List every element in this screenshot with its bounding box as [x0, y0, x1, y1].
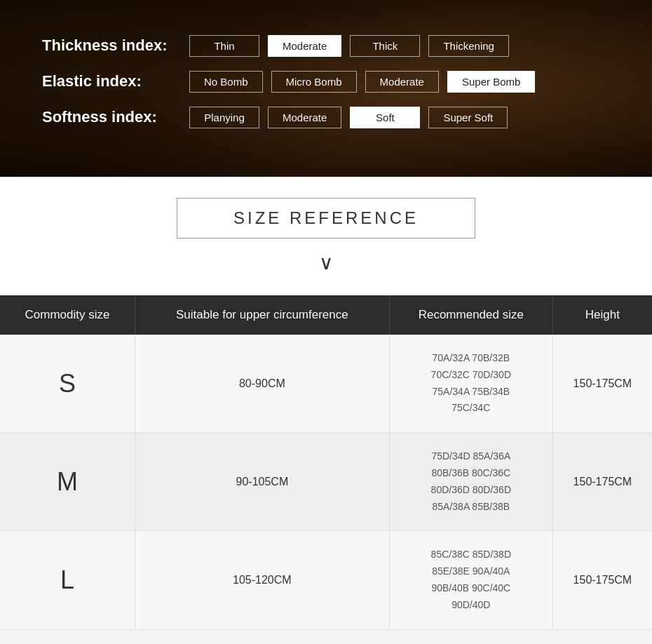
table-row: M 90-105CM 75D/34D 85A/36A80B/36B 80C/36… [0, 433, 652, 531]
thickness-options: Thin Moderate Thick Thickening [189, 35, 509, 57]
table-row: L 105-120CM 85C/38C 85D/38D85E/38E 90A/4… [0, 531, 652, 629]
softness-soft[interactable]: Soft [350, 107, 420, 128]
recommended-m: 75D/34D 85A/36A80B/36B 80C/36C80D/36D 80… [389, 433, 552, 531]
circumference-l: 105-120CM [135, 531, 389, 629]
softness-planying[interactable]: Planying [189, 107, 259, 128]
size-reference-section: SIZE REFERENCE ∨ [0, 177, 652, 295]
thickness-thick[interactable]: Thick [350, 35, 420, 57]
thickness-thin[interactable]: Thin [189, 35, 259, 57]
table-header-row: Commodity size Suitable for upper circum… [0, 295, 652, 335]
circumference-s: 80-90CM [135, 335, 389, 433]
elastic-row: Elastic index: No Bomb Micro Bomb Modera… [42, 71, 610, 93]
thickness-label: Thickness index: [42, 36, 189, 55]
softness-label: Softness index: [42, 108, 189, 126]
recommended-s: 70A/32A 70B/32B70C/32C 70D/30D75A/34A 75… [389, 335, 552, 433]
thickness-row: Thickness index: Thin Moderate Thick Thi… [42, 35, 610, 57]
softness-row: Softness index: Planying Moderate Soft S… [42, 107, 610, 128]
col-commodity-size: Commodity size [0, 295, 135, 335]
softness-super-soft[interactable]: Super Soft [428, 107, 508, 128]
elastic-label: Elastic index: [42, 72, 189, 90]
softness-options: Planying Moderate Soft Super Soft [189, 107, 508, 128]
elastic-options: No Bomb Micro Bomb Moderate Super Bomb [189, 71, 535, 93]
chevron-down-icon: ∨ [319, 251, 334, 274]
col-height: Height [552, 295, 652, 335]
thickness-thickening[interactable]: Thickening [428, 35, 509, 57]
softness-moderate[interactable]: Moderate [268, 107, 341, 128]
size-table: Commodity size Suitable for upper circum… [0, 295, 652, 630]
elastic-super-bomb[interactable]: Super Bomb [447, 71, 535, 93]
elastic-moderate[interactable]: Moderate [365, 71, 439, 93]
size-l: L [0, 531, 135, 629]
thickness-moderate[interactable]: Moderate [268, 35, 341, 57]
height-s: 150-175CM [552, 335, 652, 433]
size-reference-title: SIZE REFERENCE [233, 208, 419, 227]
size-s: S [0, 335, 135, 433]
recommended-l: 85C/38C 85D/38D85E/38E 90A/40A90B/40B 90… [389, 531, 552, 629]
elastic-no-bomb[interactable]: No Bomb [189, 71, 263, 93]
circumference-m: 90-105CM [135, 433, 389, 531]
col-recommended-size: Recommended size [389, 295, 552, 335]
elastic-micro-bomb[interactable]: Micro Bomb [271, 71, 357, 93]
col-upper-circumference: Suitable for upper circumference [135, 295, 389, 335]
table-row: S 80-90CM 70A/32A 70B/32B70C/32C 70D/30D… [0, 335, 652, 433]
hero-section: Thickness index: Thin Moderate Thick Thi… [0, 0, 652, 177]
height-m: 150-175CM [552, 433, 652, 531]
size-reference-box: SIZE REFERENCE [177, 198, 475, 239]
height-l: 150-175CM [552, 531, 652, 629]
size-m: M [0, 433, 135, 531]
